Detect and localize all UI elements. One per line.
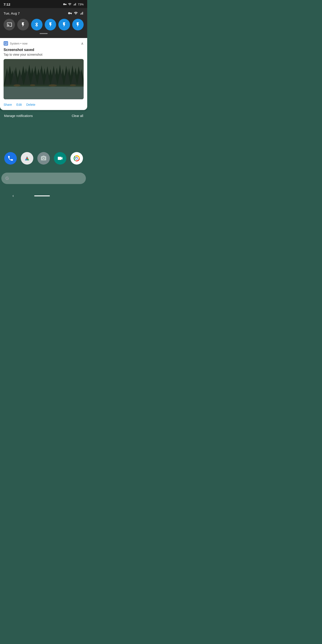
qs-toggles-row <box>4 19 84 30</box>
battery-percentage: 73% <box>78 3 84 6</box>
svg-point-46 <box>14 84 20 86</box>
google-logo-g: G <box>5 176 9 181</box>
app-icon-wrapper-camera <box>37 152 50 164</box>
qs-toggle-torch-1[interactable] <box>45 19 56 30</box>
app-icon-wrapper-phone <box>4 152 17 164</box>
notif-share-button[interactable]: Share <box>4 102 12 107</box>
svg-point-48 <box>49 84 57 86</box>
wifi-icon <box>68 2 72 6</box>
app-icon-wrapper-meet <box>54 152 66 164</box>
notif-actions: Share Edit Delete <box>4 102 84 107</box>
qs-status-icons-row <box>68 11 84 15</box>
notif-header: System • now ∧ <box>4 41 84 46</box>
qs-toggle-torch-3[interactable] <box>72 19 84 30</box>
key-icon <box>63 2 67 6</box>
status-icons: 73% <box>63 2 84 6</box>
qs-toggle-bluetooth[interactable] <box>31 19 42 30</box>
qs-signal-icon <box>80 11 84 15</box>
manage-notifications-button[interactable]: Manage notifications <box>4 114 33 118</box>
qs-key-icon <box>68 11 72 15</box>
app-dock <box>0 148 87 168</box>
svg-point-52 <box>26 158 28 159</box>
notif-subtitle: Tap to view your screenshot <box>4 53 84 56</box>
qs-date: Tue, Aug 7 <box>4 12 20 15</box>
svg-rect-42 <box>22 88 35 88</box>
notif-screenshot-preview[interactable] <box>4 59 84 99</box>
svg-point-49 <box>70 84 76 86</box>
nav-bar: ‹ <box>0 190 87 204</box>
notif-source: System • now <box>10 42 79 45</box>
quick-settings-panel: Tue, Aug 7 <box>0 8 87 38</box>
qs-toggle-flashlight[interactable] <box>17 19 28 30</box>
app-icon-wrapper-chrome <box>70 152 83 164</box>
app-icon-camera[interactable] <box>37 152 50 164</box>
qs-wifi-icon <box>74 11 78 15</box>
app-icon-wrapper-maps <box>21 152 33 164</box>
qs-handle-bar <box>40 33 48 34</box>
svg-rect-41 <box>8 87 17 88</box>
svg-point-58 <box>76 158 78 159</box>
app-icon-maps[interactable] <box>21 152 33 164</box>
svg-rect-43 <box>37 88 48 89</box>
notif-app-icon <box>4 41 8 46</box>
notification-card[interactable]: System • now ∧ Screenshot saved Tap to v… <box>0 38 87 110</box>
notif-expand-icon[interactable]: ∧ <box>81 41 84 46</box>
notif-delete-button[interactable]: Delete <box>26 102 35 107</box>
notif-bottom-bar: Manage notifications Clear all <box>0 110 87 122</box>
nav-back-button[interactable]: ‹ <box>8 192 18 200</box>
app-icon-phone[interactable] <box>4 152 17 164</box>
clear-all-button[interactable]: Clear all <box>72 114 83 118</box>
svg-rect-45 <box>68 88 80 88</box>
qs-toggle-cast[interactable] <box>4 19 15 30</box>
nav-home-indicator[interactable] <box>34 196 50 196</box>
app-icon-meet[interactable] <box>54 152 66 164</box>
svg-point-47 <box>30 84 35 86</box>
status-time: 7:12 <box>4 2 10 6</box>
qs-date-row: Tue, Aug 7 <box>4 11 84 15</box>
qs-toggle-torch-2[interactable] <box>58 19 70 30</box>
signal-icon <box>73 2 76 6</box>
status-bar: 7:12 73% <box>0 0 87 8</box>
svg-rect-44 <box>50 87 66 88</box>
app-icon-chrome[interactable] <box>70 152 83 164</box>
notif-title: Screenshot saved <box>4 48 84 52</box>
qs-drag-handle <box>4 33 84 34</box>
notif-edit-button[interactable]: Edit <box>16 102 22 107</box>
google-search-bar[interactable]: G <box>1 173 86 184</box>
